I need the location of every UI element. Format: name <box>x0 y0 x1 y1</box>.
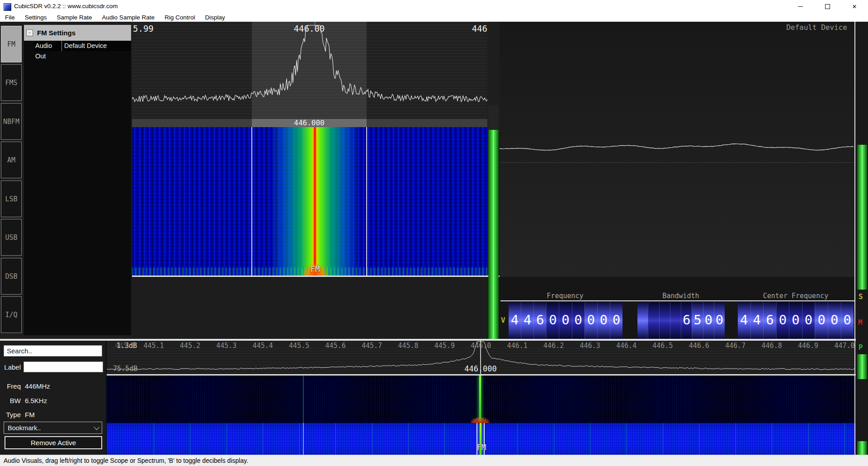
frequency-digits[interactable]: 446000000 <box>509 302 623 339</box>
minimize-button[interactable] <box>787 0 814 13</box>
digit-cell[interactable]: 0 <box>828 302 841 339</box>
bookmark-panel: Label Freq 446MHz BW 6.5KHz Type FM Book… <box>0 341 107 455</box>
volume-meter-label[interactable]: V <box>501 316 505 324</box>
tick-label: 446.9 <box>798 342 818 350</box>
bw-value[interactable]: 6.5KHz <box>25 397 47 404</box>
menu-display[interactable]: Display <box>200 13 230 22</box>
bandwidth-edge-left[interactable] <box>251 127 252 276</box>
squelch-meter-fill[interactable] <box>857 145 867 290</box>
digit-cell[interactable]: 4 <box>738 302 750 339</box>
freq-value[interactable]: 446MHz <box>25 382 50 390</box>
window-controls: ✕ <box>787 0 868 13</box>
gain-meter[interactable] <box>488 105 499 339</box>
digit-cell[interactable]: 0 <box>776 302 789 339</box>
bandwidth-edge-right[interactable] <box>366 127 367 276</box>
digit-cell[interactable]: 4 <box>750 302 764 339</box>
waterfall-gridline <box>299 423 300 455</box>
audio-out-row[interactable]: Audio Out Default Device <box>34 41 131 51</box>
digit-cell[interactable]: 0 <box>802 302 815 339</box>
label-input[interactable] <box>24 361 103 372</box>
waterfall-gridline <box>663 423 663 455</box>
settings-panel-header[interactable]: - FM Settings <box>24 25 131 41</box>
spectrum-center-freq-label: 446.00 <box>294 24 325 33</box>
bookmark-dropdown[interactable]: Bookmark.. <box>4 422 102 434</box>
peak-hold-label[interactable]: P <box>859 343 863 352</box>
digit-cell[interactable]: 4 <box>521 302 533 339</box>
waterfall-gridline <box>226 423 227 455</box>
digit-cell[interactable]: 6 <box>533 302 546 339</box>
center-frequency-label: Center Frequency <box>763 292 829 300</box>
digit-cell[interactable] <box>637 302 648 339</box>
digit-cell[interactable]: 0 <box>572 302 585 339</box>
digit-cell[interactable]: 6 <box>681 302 692 339</box>
mode-button-lsb[interactable]: LSB <box>1 181 22 217</box>
bandwidth-digits[interactable]: 6500 <box>637 302 725 339</box>
mute-label[interactable]: M <box>858 318 863 327</box>
zoomed-spectrum[interactable]: 5.99 446.00 446 <box>132 22 487 119</box>
demodulator-label[interactable]: FM <box>311 265 320 274</box>
digit-cell[interactable] <box>659 302 670 339</box>
menu-rig-control[interactable]: Rig Control <box>160 13 200 22</box>
digit-cell[interactable]: 0 <box>559 302 571 339</box>
main-waterfall-history[interactable] <box>107 376 856 423</box>
level-meter-fill[interactable] <box>857 354 867 379</box>
spectrum-footer-bar[interactable]: 446.000 <box>132 119 487 127</box>
digit-cell[interactable]: 0 <box>610 302 623 339</box>
mode-button-usb[interactable]: USB <box>1 219 22 256</box>
property-value[interactable]: Default Device <box>62 41 107 51</box>
mode-button-am[interactable]: AM <box>1 142 22 178</box>
gain-meter-fill[interactable] <box>488 130 499 339</box>
maximize-icon <box>825 4 830 9</box>
tick-label: 446.4 <box>616 342 637 350</box>
search-input[interactable] <box>4 345 102 357</box>
waterfall-gridline <box>626 423 627 455</box>
level-meter-fill-bottom[interactable] <box>857 441 867 455</box>
digit-cell[interactable]: 6 <box>763 302 776 339</box>
center-frequency-digits[interactable]: 446000000 <box>738 302 854 339</box>
remove-active-button[interactable]: Remove Active <box>5 436 102 449</box>
digit-cell[interactable]: 0 <box>703 302 714 339</box>
waterfall-carrier-line <box>314 127 316 276</box>
carrier-marker-label: 446.000 <box>464 364 497 373</box>
frequency-label: Frequency <box>547 292 583 300</box>
carrier-signal-line <box>479 376 481 423</box>
mode-button-dsb[interactable]: DSB <box>1 258 22 295</box>
type-caption: Type <box>0 411 21 418</box>
main-spectrum[interactable]: 445.0 1.3dB 445.1445.2445.3445.4445.5445… <box>107 341 856 374</box>
collapse-icon[interactable]: - <box>26 29 33 36</box>
demodulator-label[interactable]: FM <box>477 443 486 452</box>
main-waterfall-band[interactable]: FM <box>107 423 856 455</box>
mode-button-fms[interactable]: FMS <box>1 64 22 101</box>
digit-cell[interactable]: 5 <box>692 302 703 339</box>
digit-cell[interactable]: 4 <box>509 302 521 339</box>
minimize-icon <box>798 6 803 7</box>
digit-cell[interactable]: 0 <box>714 302 725 339</box>
mode-button-fm[interactable]: FM <box>1 26 22 62</box>
squelch-meter-label[interactable]: S <box>859 292 863 301</box>
main-waterfall[interactable]: FM <box>132 127 487 276</box>
digit-cell[interactable] <box>670 302 681 339</box>
tick-label: 445.4 <box>253 342 273 350</box>
digit-cell[interactable]: 0 <box>789 302 802 339</box>
digit-cell[interactable]: 0 <box>585 302 597 339</box>
scope-panel[interactable]: Default Device <box>500 22 854 277</box>
mode-button-iq[interactable]: I/Q <box>1 296 22 333</box>
menu-settings[interactable]: Settings <box>20 13 52 22</box>
menu-file[interactable]: File <box>0 13 20 22</box>
tick-label: 446.6 <box>689 342 709 350</box>
type-value[interactable]: FM <box>25 411 35 418</box>
digit-cell[interactable]: 0 <box>546 302 559 339</box>
tick-label: 447.0 <box>834 342 854 350</box>
title-bar[interactable]: CubicSDR v0.2.2 :: www.cubicsdr.com ✕ <box>0 0 868 13</box>
digit-cell[interactable]: 0 <box>841 302 854 339</box>
digit-cell[interactable]: 0 <box>597 302 610 339</box>
mode-button-nbfm[interactable]: NBFM <box>1 103 22 140</box>
maximize-button[interactable] <box>814 0 841 13</box>
db-high-label: 1.3dB <box>117 342 137 350</box>
freq-caption: Freq <box>0 382 21 390</box>
digit-cell[interactable] <box>648 302 659 339</box>
menu-audio-sample-rate[interactable]: Audio Sample Rate <box>97 13 160 22</box>
digit-cell[interactable]: 0 <box>815 302 828 339</box>
menu-sample-rate[interactable]: Sample Rate <box>52 13 97 22</box>
close-button[interactable]: ✕ <box>841 0 868 13</box>
